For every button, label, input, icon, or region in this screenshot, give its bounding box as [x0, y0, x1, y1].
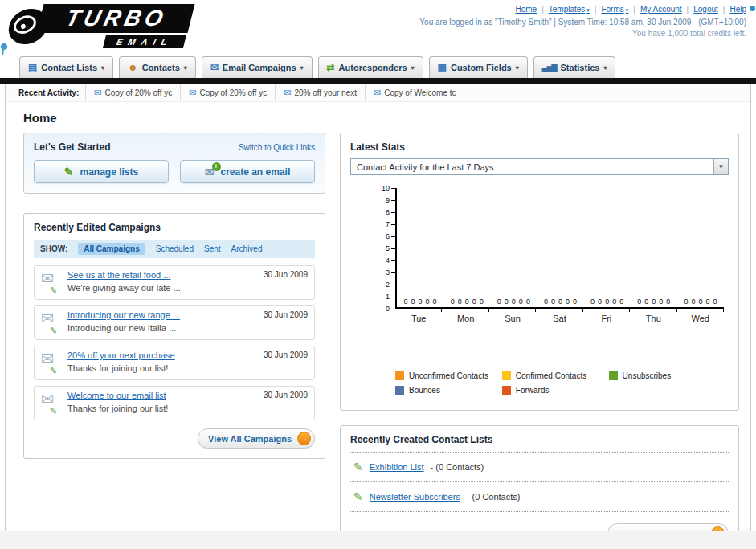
tab-label: Autoresponders [339, 63, 407, 72]
tab-email-campaigns[interactable]: ✉ Email Campaigns ▾ [202, 56, 313, 78]
campaign-date: 30 Jun 2009 [264, 310, 308, 334]
top-link-forms[interactable]: Forms▾ [601, 5, 628, 14]
top-link-logout[interactable]: Logout [693, 5, 718, 14]
bar-value-label: 0 [713, 297, 717, 305]
bar-value-label: 0 [519, 297, 523, 305]
bar-value-label: 0 [598, 297, 602, 305]
campaign-row[interactable]: ✉ ✎ See us at the retail food ... We're … [34, 265, 315, 300]
top-link-my-account[interactable]: My Account [640, 5, 682, 14]
tab-custom-fields[interactable]: ▦ Custom Fields ▾ [429, 56, 528, 78]
bar-group: 00000 [584, 297, 631, 307]
recent-activity-item[interactable]: ✉ Copy of Welcome tc [365, 84, 464, 101]
bar-value-label: 0 [558, 297, 562, 305]
campaign-title-link[interactable]: See us at the retail food ... [67, 270, 256, 280]
custom-fields-icon: ▦ [438, 63, 447, 72]
tab-statistics[interactable]: ▃▅▇ Statistics ▾ [533, 56, 616, 78]
bar-value-label: 0 [411, 297, 415, 305]
bar-value-label: 0 [505, 297, 509, 305]
campaign-list: ✉ ✎ See us at the retail food ... We're … [34, 265, 315, 420]
pencil-icon: ✎ [353, 461, 363, 473]
tab-autoresponders[interactable]: ⇄ Autoresponders ▾ [318, 56, 423, 78]
recent-activity-item[interactable]: ✉ Copy of 20% off yc [180, 84, 275, 101]
chart-y-axis: 109876543210 [378, 184, 395, 313]
campaign-date: 30 Jun 2009 [264, 350, 308, 375]
y-tick: 8 [378, 208, 395, 216]
x-tick-label: Mon [442, 313, 488, 323]
top-utility-links: HomeTemplates▾Forms▾My AccountLogoutHelp [419, 5, 746, 14]
bar-value-label: 0 [590, 297, 595, 305]
contact-list-item[interactable]: ✎ Exhibition List - (0 Contacts) [350, 453, 729, 482]
top-header: TURBO EMAIL HomeTemplates▾Forms▾My Accou… [0, 0, 756, 55]
turbo-email-logo[interactable]: TURBO EMAIL [8, 2, 217, 49]
legend-item: Forwards [502, 386, 609, 395]
campaign-edit-icon: ✉ ✎ [41, 270, 60, 294]
filter-scheduled[interactable]: Scheduled [156, 244, 194, 253]
bar-value-label: 0 [404, 297, 408, 305]
x-tick-label: Sun [489, 313, 536, 323]
filter-sent[interactable]: Sent [204, 244, 221, 253]
bar-group: 00000 [631, 297, 677, 307]
switch-to-quick-links-link[interactable]: Switch to Quick Links [239, 143, 315, 152]
bar-value-label: 0 [551, 297, 555, 305]
stats-period-select[interactable]: Contact Activity for the Last 7 Days ▼ [350, 158, 729, 175]
bar-value-label: 0 [666, 297, 670, 305]
credits-info-text: You have 1,000 total credits left. [419, 29, 746, 38]
pencil-icon: ✎ [353, 490, 363, 503]
legend-label: Bounces [409, 386, 440, 395]
create-an-email-button[interactable]: ✉ + create an email [180, 160, 315, 183]
legend-swatch [502, 386, 511, 395]
recent-activity-item[interactable]: ✉ Copy of 20% off yc [85, 84, 180, 101]
recently-edited-campaigns-panel: Recently Edited Campaigns SHOW: All Camp… [23, 213, 325, 459]
contact-activity-chart: 109876543210 000000000000000000000000000… [350, 188, 729, 358]
bar-value-label: 0 [426, 297, 430, 305]
tab-label: Contact Lists [41, 63, 97, 72]
chevron-down-icon: ▾ [411, 64, 415, 72]
campaign-subject: Introducing our new Italia ... [67, 323, 176, 333]
legend-swatch [609, 371, 618, 380]
campaign-row[interactable]: ✉ ✎ Introducing our new range ... Introd… [34, 305, 315, 340]
legend-swatch [395, 386, 404, 395]
bar-value-label: 0 [544, 297, 548, 305]
latest-stats-panel: Latest Stats Contact Activity for the La… [340, 133, 739, 411]
campaign-row[interactable]: ✉ ✎ Welcome to our email list Thanks for… [34, 386, 315, 420]
tab-label: Statistics [561, 63, 600, 72]
bar-value-label: 0 [619, 297, 623, 305]
x-tick-label: Sat [536, 313, 582, 323]
campaign-title-link[interactable]: Introducing our new range ... [67, 310, 256, 320]
legend-label: Confirmed Contacts [516, 371, 586, 380]
contact-list-item[interactable]: ✎ Newsletter Subscribers - (0 Contacts) [350, 482, 729, 512]
y-tick: 3 [378, 268, 395, 277]
manage-lists-button[interactable]: ✎ manage lists [34, 160, 169, 183]
y-tick: 5 [378, 244, 395, 252]
top-link-templates[interactable]: Templates▾ [549, 5, 590, 14]
y-tick: 1 [378, 293, 395, 301]
contact-list-link[interactable]: Exhibition List [370, 462, 424, 472]
campaign-title-link[interactable]: Welcome to our email list [67, 391, 256, 400]
contact-list-link[interactable]: Newsletter Subscribers [370, 492, 460, 502]
tab-contact-lists[interactable]: ▤ Contact Lists ▾ [19, 56, 113, 78]
top-link-home[interactable]: Home [515, 5, 537, 14]
campaign-row[interactable]: ✉ ✎ 20% off your next purchase Thanks fo… [34, 346, 315, 380]
chart-legend: Unconfirmed ContactsConfirmed ContactsUn… [395, 371, 729, 400]
email-icon: ✉ [189, 88, 196, 98]
bar-value-label: 0 [566, 297, 570, 305]
autoresponders-icon: ⇄ [327, 63, 335, 72]
recent-activity-label: Recent Activity: [18, 88, 79, 97]
view-all-campaigns-button[interactable]: View All Campaigns → [198, 428, 315, 449]
tab-contacts[interactable]: ☻ Contacts ▾ [119, 56, 196, 78]
top-link-help[interactable]: Help [729, 5, 746, 14]
bar-value-label: 0 [451, 297, 455, 305]
y-tick: 0 [378, 305, 395, 313]
get-started-panel: Let's Get Started Switch to Quick Links … [23, 133, 325, 194]
bar-value-label: 0 [573, 297, 577, 305]
legend-label: Unconfirmed Contacts [409, 371, 488, 380]
legend-item: Unsubscribes [609, 371, 716, 380]
campaign-edit-icon: ✉ ✎ [41, 310, 60, 334]
y-tick: 7 [378, 220, 395, 228]
x-tick-label: Fri [583, 313, 630, 323]
campaign-title-link[interactable]: 20% off your next purchase [67, 350, 256, 360]
filter-all-campaigns[interactable]: All Campaigns [78, 243, 145, 255]
recent-activity-item[interactable]: ✉ 20% off your next [275, 84, 365, 101]
filter-archived[interactable]: Archived [231, 244, 263, 253]
plus-icon: + [212, 162, 221, 171]
